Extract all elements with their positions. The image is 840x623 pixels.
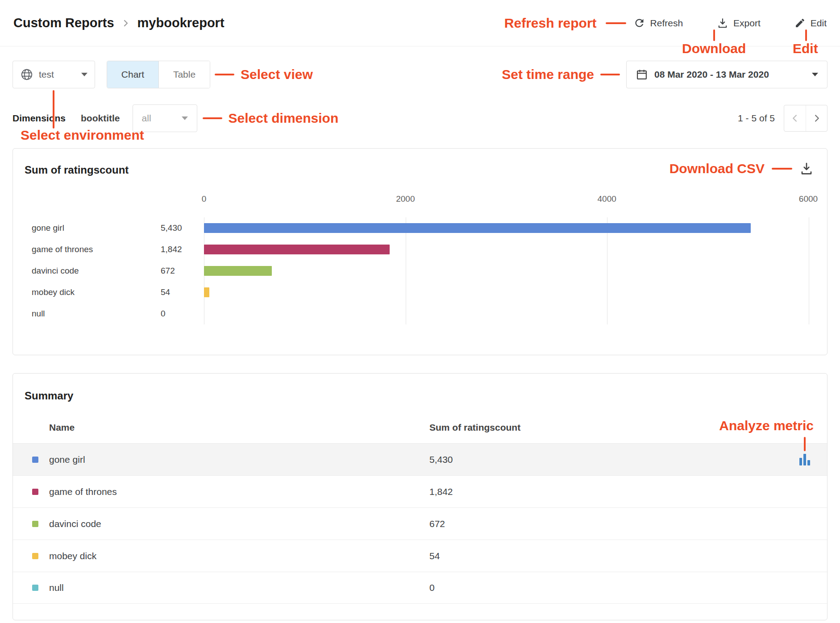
breadcrumb-custom-reports[interactable]: Custom Reports: [13, 16, 114, 30]
annotation-line: [772, 168, 792, 170]
dimensions-label: Dimensions: [12, 113, 66, 124]
annotation-download-csv: Download CSV: [670, 161, 765, 176]
chart-category-label: null: [25, 309, 161, 319]
annotation-select-view: Select view: [241, 67, 313, 82]
download-csv-button[interactable]: [799, 162, 814, 176]
row-value: 1,842: [429, 486, 782, 497]
row-name: mobey dick: [49, 551, 429, 561]
annotation-select-dimension: Select dimension: [229, 111, 339, 126]
chart-value-label: 54: [161, 287, 204, 297]
view-toggle: Chart Table: [107, 61, 210, 88]
chart-bar[interactable]: [204, 266, 272, 276]
annotation-line: [606, 22, 626, 24]
row-value: 0: [429, 582, 782, 593]
edit-label: Edit: [811, 18, 827, 29]
toolbar-right: Set time range 08 Mar 2020 - 13 Mar 2020: [502, 61, 828, 88]
x-tick-label: 0: [202, 194, 207, 204]
chart-bar[interactable]: [204, 223, 751, 233]
row-value: 54: [429, 551, 782, 561]
annotation-refresh-report: Refresh report: [504, 16, 597, 31]
swatch-cell: [13, 553, 49, 559]
x-tick-label: 2000: [396, 194, 415, 204]
annotation-line: [53, 90, 54, 129]
refresh-label: Refresh: [650, 18, 683, 29]
chart-bar[interactable]: [204, 245, 390, 254]
next-page-button[interactable]: [806, 105, 827, 131]
chart-row: mobey dick54: [25, 282, 808, 303]
chart-value-label: 1,842: [161, 245, 204, 254]
annotation-select-environment: Select environment: [21, 128, 144, 143]
annotation-line: [203, 117, 222, 119]
pagination-buttons: [784, 105, 828, 132]
header-actions: Refresh report Refresh Export Edit: [504, 16, 827, 31]
x-tick-label: 4000: [598, 194, 616, 204]
chart-bar-area: [204, 239, 808, 260]
row-name: game of thrones: [49, 486, 429, 497]
table-row[interactable]: mobey dick54: [13, 540, 827, 572]
download-csv-annotation: Download CSV: [670, 161, 814, 176]
row-name: null: [49, 582, 429, 593]
chart-bar[interactable]: [204, 287, 209, 297]
globe-icon: [20, 68, 33, 81]
export-button[interactable]: Export: [717, 17, 761, 29]
custom-report-page: Custom Reports mybookreport Refresh repo…: [0, 0, 840, 623]
summary-card: Summary Name Sum of ratingscount gone gi…: [12, 373, 828, 620]
chart-rows: gone girl5,430game of thrones1,842davinc…: [25, 217, 808, 324]
tab-chart[interactable]: Chart: [107, 61, 158, 88]
gridline: [809, 217, 809, 324]
swatch-cell: [13, 457, 49, 463]
row-name: davinci code: [49, 519, 429, 529]
x-tick-label: 6000: [799, 194, 818, 204]
annotation-edit: Edit: [793, 41, 818, 56]
chart-bar-area: [204, 282, 808, 303]
edit-button[interactable]: Edit: [794, 17, 827, 29]
annotation-line: [600, 74, 620, 75]
annotation-line: [215, 74, 234, 75]
pencil-icon: [794, 17, 806, 29]
icon-cell: [782, 454, 827, 465]
plot-area: gone girl5,430game of thrones1,842davinc…: [25, 217, 808, 324]
pagination-label: 1 - 5 of 5: [738, 113, 775, 124]
chart-category-label: gone girl: [25, 223, 161, 233]
tab-table[interactable]: Table: [158, 61, 210, 88]
annotation-download: Download: [682, 41, 746, 56]
chart-row: game of thrones1,842: [25, 239, 808, 260]
breadcrumb-report-name: mybookreport: [137, 16, 225, 30]
chevron-down-icon: [182, 116, 188, 120]
row-value: 5,430: [429, 454, 782, 465]
summary-table: Name Sum of ratingscount gone girl5,430g…: [13, 412, 827, 604]
refresh-button[interactable]: Refresh: [633, 17, 683, 29]
prev-page-button[interactable]: [784, 105, 806, 131]
annotation-line: [713, 29, 715, 41]
chart-value-label: 672: [161, 266, 204, 276]
table-row[interactable]: gone girl5,430: [13, 443, 827, 475]
chevron-down-icon: [812, 73, 818, 76]
bar-chart: 0200040006000 gone girl5,430game of thro…: [25, 194, 808, 324]
environment-selector[interactable]: test: [12, 61, 95, 88]
chevron-right-icon: [121, 18, 131, 29]
annotation-line: [804, 437, 806, 451]
dimension-filter-value: all: [142, 113, 151, 124]
table-row[interactable]: game of thrones1,842: [13, 475, 827, 507]
table-row[interactable]: null0: [13, 572, 827, 604]
toolbar: test Chart Table Select view Set time ra…: [12, 61, 828, 88]
table-row[interactable]: davinci code672: [13, 507, 827, 540]
chart-row: gone girl5,430: [25, 217, 808, 239]
chart-bar-area: [204, 260, 808, 282]
table-header-row: Name Sum of ratingscount: [13, 412, 827, 443]
column-header-name: Name: [49, 422, 429, 433]
series-color-swatch: [32, 521, 38, 527]
date-range-picker[interactable]: 08 Mar 2020 - 13 Mar 2020: [626, 61, 828, 88]
dimension-name: booktitle: [81, 113, 120, 124]
swatch-cell: [13, 585, 49, 591]
breadcrumb: Custom Reports mybookreport: [13, 16, 225, 30]
chevron-down-icon: [81, 73, 87, 76]
download-icon: [717, 17, 728, 29]
environment-value: test: [39, 69, 54, 80]
analyze-metric-icon[interactable]: [799, 454, 810, 465]
chart-row: davinci code672: [25, 260, 808, 282]
summary-title: Summary: [25, 390, 827, 402]
annotation-line: [805, 29, 807, 41]
chart-category-label: davinci code: [25, 266, 161, 276]
swatch-cell: [13, 521, 49, 527]
